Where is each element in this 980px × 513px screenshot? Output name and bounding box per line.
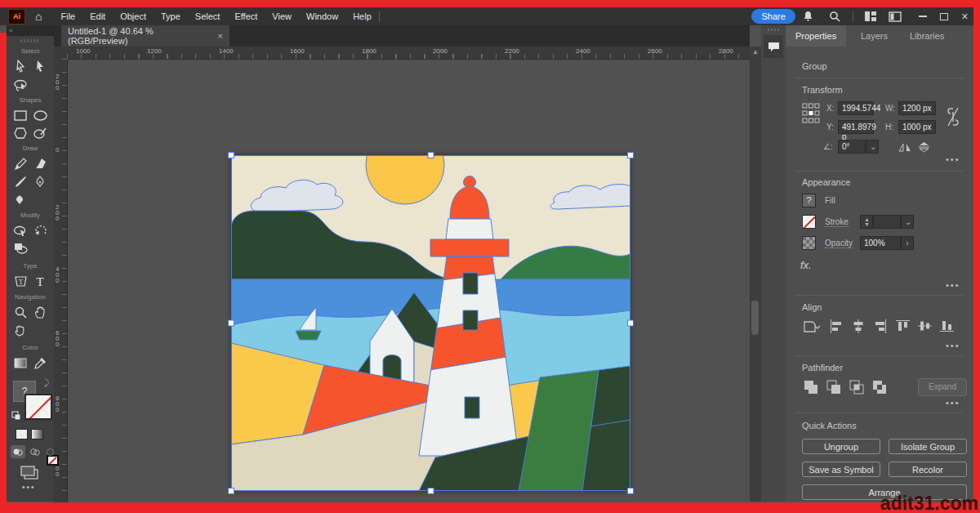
x-input[interactable]: 1994.5744 bbox=[838, 101, 874, 115]
selection-tool-icon[interactable] bbox=[32, 58, 48, 74]
appearance-more-icon[interactable]: ••• bbox=[946, 280, 960, 290]
stroke-swatch[interactable] bbox=[802, 215, 816, 229]
pathfinder-exclude-icon[interactable] bbox=[872, 380, 887, 398]
default-fill-stroke-icon[interactable] bbox=[11, 409, 21, 424]
tab-properties[interactable]: Properties bbox=[786, 25, 846, 47]
scrollbar-thumb[interactable] bbox=[751, 301, 759, 335]
selection-handle[interactable] bbox=[229, 488, 234, 494]
align-center-h-icon[interactable] bbox=[852, 319, 865, 337]
opacity-swatch[interactable] bbox=[802, 236, 816, 250]
menu-help[interactable]: Help bbox=[345, 7, 379, 25]
align-left-icon[interactable] bbox=[830, 319, 843, 337]
y-input[interactable]: 491.8979 p bbox=[838, 120, 874, 134]
menu-select[interactable]: Select bbox=[188, 7, 228, 25]
touch-type-tool-icon[interactable]: T bbox=[12, 273, 29, 289]
stroke-proxy-swatch[interactable] bbox=[24, 394, 52, 420]
lighthouse-window-3[interactable] bbox=[465, 397, 479, 418]
stroke-dropdown-icon[interactable]: ⌄ bbox=[901, 215, 914, 229]
horizontal-ruler[interactable]: 1000 1200 1400 1600 1800 2000 2200 2400 … bbox=[67, 47, 750, 60]
align-center-v-icon[interactable] bbox=[918, 319, 932, 336]
expand-button[interactable]: Expand bbox=[918, 378, 967, 396]
menu-file[interactable]: File bbox=[53, 7, 82, 25]
lasso-tool-icon[interactable] bbox=[12, 77, 29, 93]
recolor-button[interactable]: Recolor bbox=[889, 462, 967, 477]
shaper-tool-icon[interactable] bbox=[32, 125, 48, 141]
pathfinder-minus-front-icon[interactable] bbox=[826, 380, 841, 398]
save-as-symbol-button[interactable]: Save as Symbol bbox=[802, 462, 880, 477]
align-top-icon[interactable] bbox=[896, 319, 910, 336]
fill-swatch[interactable]: ? bbox=[802, 194, 816, 207]
selection-handle[interactable] bbox=[428, 153, 434, 158]
menu-view[interactable]: View bbox=[265, 7, 299, 25]
rectangle-tool-icon[interactable] bbox=[12, 107, 29, 123]
selection-handle[interactable] bbox=[628, 320, 634, 326]
draw-normal-mode-icon[interactable] bbox=[11, 445, 25, 458]
menu-object[interactable]: Object bbox=[113, 7, 154, 25]
tab-libraries[interactable]: Libraries bbox=[900, 25, 954, 47]
opacity-label[interactable]: Opacity bbox=[825, 239, 853, 248]
align-to-dropdown-icon[interactable] bbox=[802, 319, 822, 337]
draw-inside-mode-icon[interactable] bbox=[43, 445, 56, 458]
sun[interactable] bbox=[366, 126, 444, 204]
tab-layers[interactable]: Layers bbox=[851, 25, 898, 47]
minimize-button[interactable] bbox=[919, 16, 927, 17]
draw-behind-mode-icon[interactable] bbox=[28, 445, 42, 458]
align-more-icon[interactable]: ••• bbox=[946, 341, 960, 350]
tab-close-icon[interactable]: × bbox=[218, 31, 223, 41]
rotate-view-tool-icon[interactable] bbox=[12, 322, 29, 338]
restore-button[interactable] bbox=[940, 13, 948, 20]
selection-handle[interactable] bbox=[628, 153, 634, 158]
pathfinder-intersect-icon[interactable] bbox=[849, 380, 864, 398]
document-tab[interactable]: Untitled-1 @ 40.64 % (RGB/Preview) × bbox=[61, 25, 229, 47]
workspace-switcher-icon[interactable] bbox=[887, 8, 903, 25]
constrain-proportions-icon[interactable] bbox=[946, 105, 960, 132]
close-button[interactable]: ✕ bbox=[961, 12, 969, 20]
w-input[interactable]: 1200 px bbox=[898, 101, 936, 115]
ruler-corner[interactable] bbox=[54, 47, 68, 60]
eyedropper-tool-icon[interactable] bbox=[32, 355, 48, 371]
pen-tool-icon[interactable] bbox=[32, 173, 48, 190]
direct-selection-tool-icon[interactable] bbox=[12, 58, 29, 74]
stroke-stepper[interactable]: ▲▼ bbox=[860, 215, 873, 229]
curvature-tool-icon[interactable] bbox=[12, 191, 29, 207]
stroke-width-input[interactable] bbox=[873, 215, 901, 229]
gradient-tool-icon[interactable] bbox=[12, 355, 29, 371]
lighthouse-lantern[interactable] bbox=[446, 219, 493, 239]
app-logo[interactable]: Ai bbox=[8, 9, 25, 25]
type-tool-icon[interactable]: T bbox=[32, 273, 48, 289]
menu-effect[interactable]: Effect bbox=[227, 7, 265, 25]
selection-handle[interactable] bbox=[628, 488, 634, 494]
vertical-ruler[interactable]: 200 0 200 400 600 800 1000 bbox=[54, 59, 68, 502]
transform-more-icon[interactable]: ••• bbox=[946, 154, 960, 164]
angle-dropdown-icon[interactable]: ⌄ bbox=[866, 140, 879, 154]
undo-arc-icon[interactable] bbox=[32, 222, 48, 239]
menu-window[interactable]: Window bbox=[299, 7, 345, 25]
isolate-group-button[interactable]: Isolate Group bbox=[889, 439, 967, 454]
screen-mode-icon[interactable] bbox=[18, 465, 42, 481]
menu-type[interactable]: Type bbox=[154, 7, 188, 25]
hand-tool-icon[interactable] bbox=[32, 304, 48, 320]
share-button[interactable]: Share bbox=[751, 9, 795, 24]
pathfinder-unite-icon[interactable] bbox=[804, 380, 818, 398]
zoom-tool-icon[interactable] bbox=[12, 304, 29, 320]
lighthouse-gallery[interactable] bbox=[430, 239, 509, 256]
search-icon[interactable] bbox=[826, 8, 843, 25]
fx-button[interactable]: fx. bbox=[800, 259, 812, 271]
pencil-tool-icon[interactable] bbox=[12, 155, 29, 172]
artboard[interactable] bbox=[231, 155, 630, 491]
toolbar-more-icon[interactable]: ••• bbox=[22, 483, 36, 492]
eraser-tool-icon[interactable] bbox=[32, 155, 48, 172]
sailboat-hull[interactable] bbox=[296, 331, 321, 340]
angle-input[interactable]: 0° bbox=[838, 140, 866, 154]
flip-vertical-icon[interactable] bbox=[918, 141, 930, 156]
bell-icon[interactable] bbox=[800, 8, 817, 25]
polygon-tool-icon[interactable] bbox=[12, 125, 29, 141]
ellipse-tool-icon[interactable] bbox=[32, 107, 48, 123]
stroke-label[interactable]: Stroke bbox=[825, 217, 849, 227]
selection-handle[interactable] bbox=[229, 320, 234, 326]
selection-handle[interactable] bbox=[229, 153, 234, 158]
align-right-icon[interactable] bbox=[874, 319, 887, 337]
color-mode-solid[interactable] bbox=[16, 429, 28, 439]
vertical-scrollbar[interactable]: ▲ bbox=[750, 47, 761, 502]
h-input[interactable]: 1000 px bbox=[898, 120, 936, 134]
